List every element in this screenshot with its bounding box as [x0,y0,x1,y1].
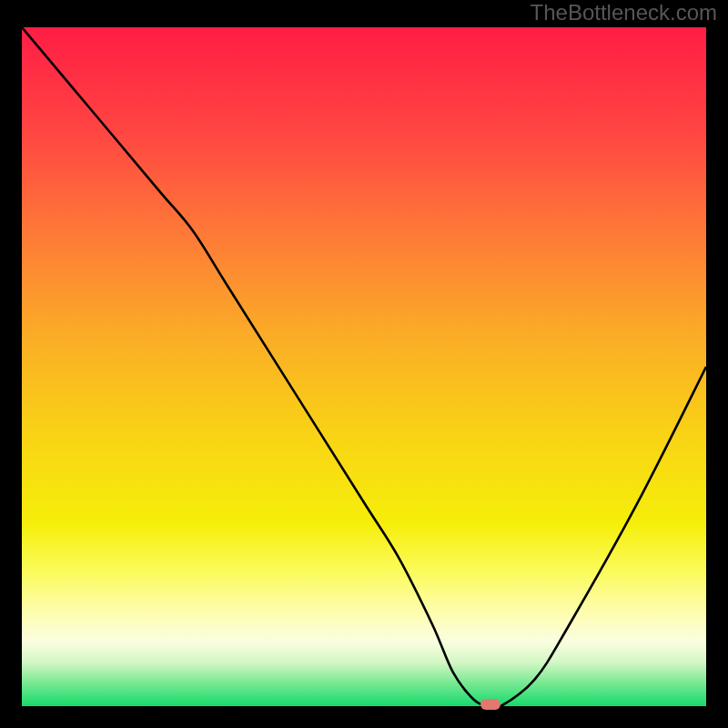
optimum-marker [480,699,500,710]
bottleneck-curve [22,27,706,706]
chart-frame: TheBottleneck.com [0,0,728,728]
watermark-text: TheBottleneck.com [531,0,717,25]
plot-area [22,27,706,706]
